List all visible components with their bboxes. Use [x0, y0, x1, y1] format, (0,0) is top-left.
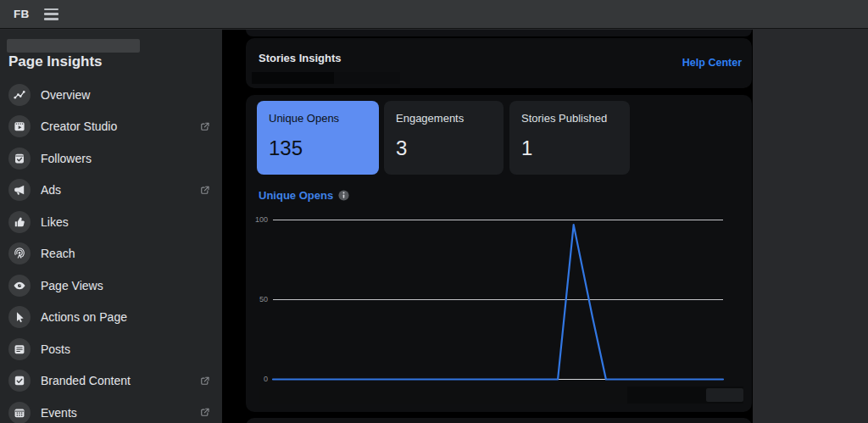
external-link-icon	[198, 120, 211, 133]
metric-tile-stories-published[interactable]: Stories Published 1	[509, 101, 630, 175]
trend-icon	[8, 84, 31, 106]
info-icon[interactable]	[338, 190, 349, 201]
metric-value: 135	[269, 136, 303, 160]
sidebar-item-label: Ads	[41, 183, 61, 197]
sidebar-item-label: Page Views	[41, 279, 103, 292]
redacted-x-axis-labels	[259, 387, 743, 404]
y-axis-tick: 0	[246, 375, 268, 383]
external-link-icon	[198, 184, 211, 197]
sidebar-item-events[interactable]: Events	[0, 397, 222, 423]
sidebar-item-label: Posts	[41, 342, 70, 356]
eye-icon	[8, 275, 31, 297]
stories-insights-header-card: Stories Insights Help Center	[246, 38, 752, 88]
metric-label: Engagements	[396, 112, 464, 125]
sidebar-item-label: Actions on Page	[41, 310, 127, 324]
sidebar-item-branded-content[interactable]: Branded Content	[0, 365, 222, 398]
sidebar-item-label: Likes	[41, 215, 69, 229]
creator-studio-icon	[8, 115, 31, 137]
sidebar-item-likes[interactable]: Likes	[0, 206, 222, 238]
sidebar-item-reach[interactable]: Reach	[0, 238, 222, 270]
metric-tile-unique-opens[interactable]: Unique Opens 135	[257, 101, 379, 175]
unique-opens-line	[273, 225, 723, 379]
sidebar-item-followers[interactable]: Followers	[0, 142, 222, 175]
metric-label: Unique Opens	[269, 112, 339, 125]
external-link-icon	[198, 406, 211, 419]
metric-tile-engagements[interactable]: Engagements 3	[384, 101, 504, 175]
stories-metrics-card: Unique Opens 135 Engagements 3 Stories P…	[246, 95, 752, 412]
sidebar-item-label: Branded Content	[41, 374, 131, 387]
chart-line-svg	[273, 209, 723, 387]
sidebar-item-label: Creator Studio	[41, 120, 117, 133]
sidebar-item-creator-studio[interactable]: Creator Studio	[0, 111, 222, 143]
calendar-icon	[8, 402, 31, 423]
y-axis-tick: 100	[246, 215, 268, 224]
sidebar-item-ads[interactable]: Ads	[0, 175, 222, 207]
page-name-placeholder	[7, 39, 140, 53]
unique-opens-chart: 100 50 0	[246, 209, 752, 400]
sidebar-item-label: Followers	[41, 152, 92, 165]
sidebar-nav: OverviewCreator StudioFollowersAdsLikesR…	[0, 79, 222, 423]
help-center-link[interactable]: Help Center	[682, 57, 742, 69]
right-background	[753, 30, 868, 423]
sidebar: Page Insights OverviewCreator StudioFoll…	[0, 30, 222, 423]
sidebar-item-label: Events	[41, 406, 77, 420]
section-title: Stories Insights	[259, 52, 342, 64]
sidebar-item-page-views[interactable]: Page Views	[0, 270, 222, 302]
post-icon	[8, 338, 31, 360]
next-card-fragment	[246, 418, 752, 423]
hamburger-menu-icon[interactable]	[44, 8, 59, 20]
chart-title: Unique Opens	[259, 189, 333, 202]
sidebar-item-label: Reach	[41, 247, 75, 260]
sidebar-item-actions-on-page[interactable]: Actions on Page	[0, 302, 222, 334]
thumb-up-icon	[8, 211, 31, 233]
cursor-icon	[8, 306, 31, 328]
sidebar-title: Page Insights	[8, 53, 103, 70]
previous-card-fragment	[246, 30, 752, 36]
sidebar-item-posts[interactable]: Posts	[0, 333, 222, 365]
metric-value: 1	[521, 136, 532, 160]
y-axis-tick: 50	[246, 295, 268, 303]
metric-label: Stories Published	[521, 112, 607, 125]
sidebar-item-overview[interactable]: Overview	[0, 79, 222, 111]
metric-value: 3	[396, 136, 407, 160]
redacted-subtitle	[252, 72, 400, 84]
sidebar-item-label: Overview	[41, 88, 90, 102]
external-link-icon	[198, 375, 211, 387]
topbar: FB	[0, 0, 868, 29]
followers-icon	[8, 147, 31, 170]
facebook-logo[interactable]: FB	[14, 8, 30, 20]
broadcast-icon	[8, 242, 31, 264]
branded-content-icon	[8, 370, 31, 392]
megaphone-icon	[8, 179, 31, 201]
main-content: Stories Insights Help Center Unique Open…	[222, 30, 753, 423]
